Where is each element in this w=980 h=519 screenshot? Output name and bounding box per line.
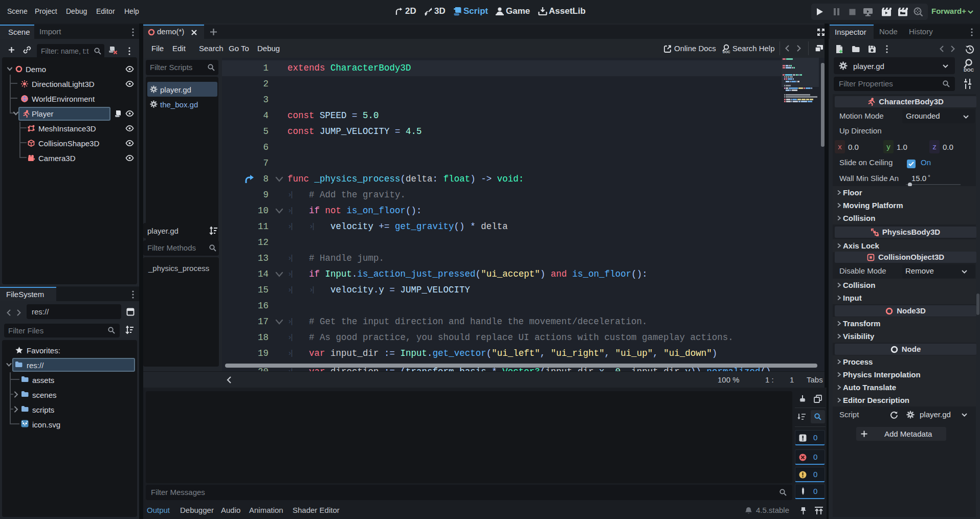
svg-text:DOC: DOC — [964, 67, 974, 73]
svg-text:DOC: DOC — [723, 50, 730, 54]
